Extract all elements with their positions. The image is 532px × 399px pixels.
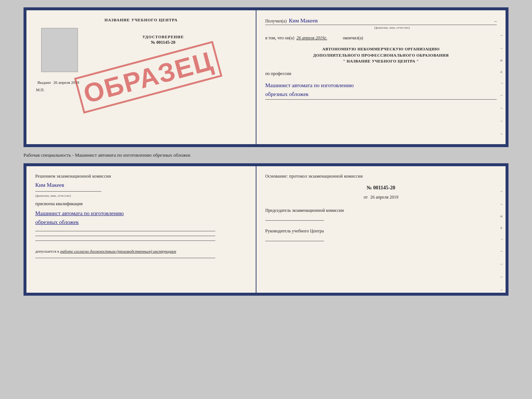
vydano-date: 26 апреля 2019 xyxy=(53,80,79,85)
top-right-panel: Получил(а) Ким Макеев – (фамилия, имя, о… xyxy=(256,10,506,144)
mp-label: М.П. xyxy=(36,88,44,92)
rukovoditel-label: Руководитель учебного Центра xyxy=(265,228,497,234)
vtom-date: 26 апреля 2019г. xyxy=(296,35,341,41)
poluchil-block: Получил(а) Ким Макеев – (фамилия, имя, о… xyxy=(265,18,497,29)
prisvoena-text: присвоена квалификация xyxy=(35,201,247,207)
org-line1: АВТОНОМНУЮ НЕКОММЕРЧЕСКУЮ ОРГАНИЗАЦИЮ xyxy=(265,46,497,52)
resheniem-text: Решением экзаменационной комиссии xyxy=(35,174,247,179)
vtom-prefix: в том, что он(а) xyxy=(265,35,294,41)
okonchil: окончил(а) xyxy=(343,35,363,41)
poluchil-row: Получил(а) Ким Макеев – xyxy=(265,18,497,25)
protocol-number: № 001145-20 xyxy=(265,185,497,191)
top-document: НАЗВАНИЕ УЧЕБНОГО ЦЕНТРА УДОСТОВЕРЕНИЕ №… xyxy=(24,7,508,147)
org-line3: " НАЗВАНИЕ УЧЕБНОГО ЦЕНТРА " xyxy=(265,58,497,64)
poluchil-prefix: Получил(а) xyxy=(265,18,287,24)
profession-hw-top: Машинист автомата по изготовлению обрезн… xyxy=(265,81,497,100)
certificate-label: УДОСТОВЕРЕНИЕ xyxy=(142,35,184,39)
blank-line-1 xyxy=(35,231,215,231)
org-line2: ДОПОЛНИТЕЛЬНОГО ПРОФЕССИОНАЛЬНОГО ОБРАЗО… xyxy=(265,52,497,58)
top-left-panel: НАЗВАНИЕ УЧЕБНОГО ЦЕНТРА УДОСТОВЕРЕНИЕ №… xyxy=(26,10,256,144)
fio-line-bottom xyxy=(35,191,101,192)
bottom-right-panel: Основание: протокол экзаменационной коми… xyxy=(256,166,506,293)
caption-text: Рабочая специальность - Машинист автомат… xyxy=(24,151,508,160)
po-professii: по профессии xyxy=(265,71,497,76)
rukovoditel-sig-line xyxy=(265,241,324,241)
vtom-row: в том, что он(а) 26 апреля 2019г. окончи… xyxy=(265,35,497,41)
rukovoditel-block: Руководитель учебного Центра xyxy=(265,228,497,241)
chairman-sig-line xyxy=(265,220,324,221)
qualification-hw: Машинист автомата по изготовлению обрезн… xyxy=(35,209,247,227)
right-side-marks-bottom: – – и а ← – – – – xyxy=(500,188,504,292)
blank-line-3 xyxy=(35,241,215,241)
school-name-top: НАЗВАНИЕ УЧЕБНОГО ЦЕНТРА xyxy=(105,18,178,22)
commission-name: Ким Макеев xyxy=(35,182,247,188)
right-side-marks-top: – – и а ← – – – – xyxy=(500,32,504,136)
blank-line-2 xyxy=(35,236,215,236)
vydano-row: Выдано 26 апреля 2019 xyxy=(37,80,79,85)
chairman-label: Председатель экзаменационной комиссии xyxy=(265,207,497,214)
fio-hint-top: (фамилия, имя, отчество) xyxy=(287,26,497,29)
certificate-number: № 001145-20 xyxy=(151,40,175,45)
fio-hint-bottom: (фамилия, имя, отчество) xyxy=(35,194,247,197)
poluchil-name: Ким Макеев xyxy=(289,18,492,24)
osnovanie-text: Основание: протокол экзаменационной коми… xyxy=(265,174,497,179)
blank-line-4 xyxy=(35,258,215,258)
ot-date: от 26 апреля 2019 xyxy=(265,195,497,200)
dopuskaetsya-text: допускается к работе согласно должностны… xyxy=(35,249,247,253)
vydano-prefix: Выдано xyxy=(37,80,51,85)
bottom-document: Решением экзаменационной комиссии Ким Ма… xyxy=(24,163,508,296)
org-block: АВТОНОМНУЮ НЕКОММЕРЧЕСКУЮ ОРГАНИЗАЦИЮ ДО… xyxy=(265,46,497,64)
chairman-block: Председатель экзаменационной комиссии xyxy=(265,207,497,221)
document-container: НАЗВАНИЕ УЧЕБНОГО ЦЕНТРА УДОСТОВЕРЕНИЕ №… xyxy=(24,7,508,296)
bottom-left-panel: Решением экзаменационной комиссии Ким Ма… xyxy=(26,166,256,293)
photo-area xyxy=(41,28,78,72)
dopuskaetsya-italic: работе согласно должностным (производств… xyxy=(60,249,176,253)
